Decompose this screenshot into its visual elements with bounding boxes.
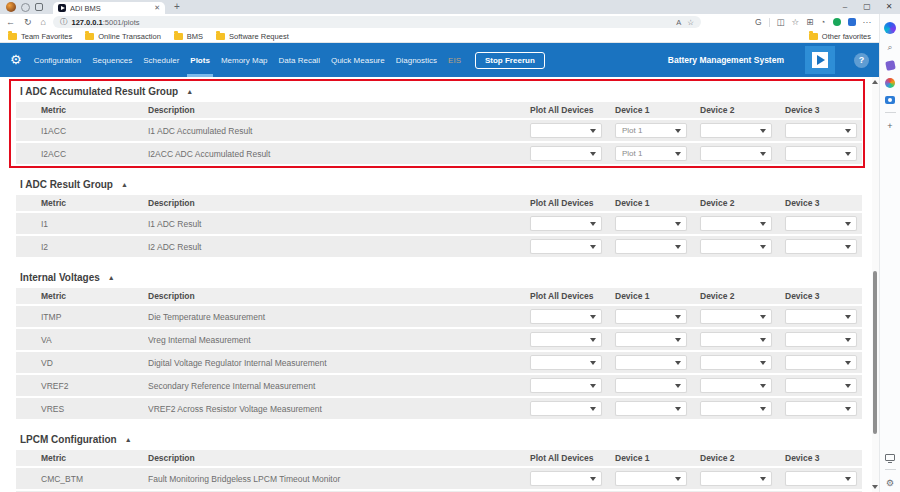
screenshot-icon[interactable]	[885, 96, 895, 104]
settings-gear-icon[interactable]: ⚙	[10, 43, 22, 77]
bookmark-item[interactable]: Team Favorites	[8, 32, 72, 41]
bookmark-item[interactable]: BMS	[174, 32, 203, 41]
device-1-dropdown[interactable]: Plot 1	[615, 146, 687, 161]
group-header[interactable]: I ADC Result Group▲	[16, 177, 862, 192]
plot-all-devices-dropdown[interactable]	[530, 239, 602, 254]
group-header[interactable]: I ADC Accumulated Result Group▲	[16, 84, 862, 99]
device-1-dropdown[interactable]	[615, 309, 687, 324]
scroll-down-icon[interactable]	[872, 485, 878, 489]
page-scrollbar[interactable]	[872, 77, 879, 492]
scroll-up-icon[interactable]	[872, 80, 878, 84]
adi-logo-icon[interactable]	[805, 46, 835, 74]
device-2-dropdown[interactable]	[700, 123, 772, 138]
plot-all-devices-dropdown[interactable]	[530, 332, 602, 347]
plot-all-devices-dropdown[interactable]	[530, 355, 602, 370]
extension-green-icon[interactable]	[833, 18, 841, 26]
plot-all-devices-dropdown[interactable]	[530, 378, 602, 393]
collections-sidebar-icon[interactable]	[885, 60, 896, 71]
group-header[interactable]: Internal Voltages▲	[16, 270, 862, 285]
workspaces-icon[interactable]	[21, 3, 30, 12]
device-3-dropdown[interactable]	[785, 123, 857, 138]
device-2-dropdown[interactable]	[700, 355, 772, 370]
device-2-dropdown[interactable]	[700, 471, 772, 486]
plot-all-devices-dropdown[interactable]	[530, 146, 602, 161]
device-2-dropdown[interactable]	[700, 309, 772, 324]
bookmark-item[interactable]: Online Transaction	[85, 32, 161, 41]
device-2-dropdown[interactable]	[700, 216, 772, 231]
device-2-dropdown[interactable]	[700, 401, 772, 416]
nav-item-data-recall[interactable]: Data Recall	[279, 43, 320, 77]
profile-avatar[interactable]	[6, 2, 16, 12]
collections-icon[interactable]: ⊞	[806, 17, 813, 27]
collapse-icon[interactable]: ▲	[125, 436, 132, 443]
device-3-dropdown[interactable]	[785, 378, 857, 393]
plot-all-devices-dropdown[interactable]	[530, 216, 602, 231]
device-3-dropdown[interactable]	[785, 239, 857, 254]
browser-tab[interactable]: ADI BMS ✕	[53, 2, 165, 15]
other-favorites-folder[interactable]: Other favorites	[809, 32, 871, 41]
add-favorite-icon[interactable]: ☆	[792, 17, 800, 27]
device-1-dropdown[interactable]	[615, 471, 687, 486]
site-info-icon[interactable]: ⓘ	[60, 17, 68, 27]
close-button[interactable]: ✕	[878, 0, 900, 14]
more-options-icon[interactable]: ⋯	[863, 17, 872, 27]
group-header[interactable]: LPCM Configuration▲	[16, 432, 862, 447]
device-1-dropdown[interactable]	[615, 332, 687, 347]
nav-item-sequences[interactable]: Sequences	[92, 43, 132, 77]
nav-item-diagnostics[interactable]: Diagnostics	[396, 43, 437, 77]
device-2-dropdown[interactable]	[700, 332, 772, 347]
device-1-dropdown[interactable]	[615, 378, 687, 393]
read-aloud-icon[interactable]: A	[676, 18, 681, 27]
device-3-dropdown[interactable]	[785, 309, 857, 324]
device-1-dropdown[interactable]: Plot 1	[615, 123, 687, 138]
sidebar-settings-icon[interactable]: ⚙	[886, 478, 894, 488]
nav-item-plots[interactable]: Plots	[190, 43, 210, 77]
home-icon[interactable]: ⌂	[41, 14, 46, 30]
refresh-icon[interactable]: ↻	[24, 14, 32, 30]
collapse-icon[interactable]: ▲	[108, 274, 115, 281]
nav-item-scheduler[interactable]: Scheduler	[143, 43, 179, 77]
bookmark-item[interactable]: Software Request	[216, 32, 289, 41]
search-icon[interactable]: ⌕	[887, 42, 892, 53]
plot-all-devices-dropdown[interactable]	[530, 471, 602, 486]
plot-all-devices-dropdown[interactable]	[530, 123, 602, 138]
image-creator-icon[interactable]	[885, 78, 895, 88]
tab-close-icon[interactable]: ✕	[154, 4, 160, 12]
browser-essentials-icon[interactable]: ◔	[820, 17, 825, 27]
stop-freerun-button[interactable]: Stop Freerun	[475, 52, 545, 69]
customize-sidebar-icon[interactable]: +	[887, 121, 892, 131]
collapse-icon[interactable]: ▲	[121, 181, 128, 188]
tab-actions-icon[interactable]	[35, 3, 43, 11]
address-bar[interactable]: ⓘ 127.0.0.1:5001/plots A ☆	[53, 16, 701, 28]
device-3-dropdown[interactable]	[785, 471, 857, 486]
device-3-dropdown[interactable]	[785, 332, 857, 347]
device-3-dropdown[interactable]	[785, 355, 857, 370]
extension-blue-icon[interactable]	[848, 18, 856, 26]
copilot-icon[interactable]	[884, 22, 896, 34]
plot-all-devices-dropdown[interactable]	[530, 309, 602, 324]
maximize-button[interactable]: ▢	[856, 0, 878, 14]
nav-item-quick-measure[interactable]: Quick Measure	[331, 43, 385, 77]
back-icon[interactable]: ←	[6, 14, 15, 30]
device-2-dropdown[interactable]	[700, 378, 772, 393]
extension-g-icon[interactable]: G	[755, 17, 762, 27]
new-tab-button[interactable]: +	[174, 0, 180, 14]
device-2-dropdown[interactable]	[700, 239, 772, 254]
collapse-icon[interactable]: ▲	[186, 88, 193, 95]
device-3-dropdown[interactable]	[785, 216, 857, 231]
nav-item-memory-map[interactable]: Memory Map	[221, 43, 268, 77]
device-1-dropdown[interactable]	[615, 401, 687, 416]
minimize-button[interactable]: –	[834, 0, 856, 14]
device-1-dropdown[interactable]	[615, 355, 687, 370]
device-2-dropdown[interactable]	[700, 146, 772, 161]
split-screen-icon[interactable]: ◫	[777, 17, 785, 27]
nav-item-eis[interactable]: EIS	[448, 43, 461, 77]
favorite-star-icon[interactable]: ☆	[687, 18, 694, 27]
device-1-dropdown[interactable]	[615, 239, 687, 254]
help-icon[interactable]: ?	[854, 53, 869, 68]
connected-devices-icon[interactable]	[885, 454, 895, 461]
device-3-dropdown[interactable]	[785, 401, 857, 416]
plot-all-devices-dropdown[interactable]	[530, 401, 602, 416]
device-1-dropdown[interactable]	[615, 216, 687, 231]
device-3-dropdown[interactable]	[785, 146, 857, 161]
